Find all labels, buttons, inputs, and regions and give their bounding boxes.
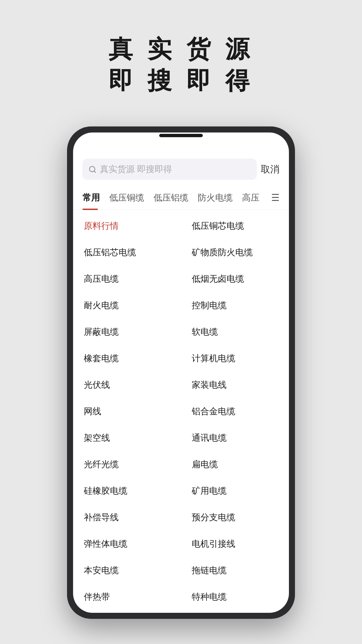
category-item-mining-cable[interactable]: 矿用电缆	[181, 478, 289, 504]
category-item-computer-cable[interactable]: 计算机电缆	[181, 345, 289, 372]
category-item-pre-branch-cable[interactable]: 预分支电缆	[181, 504, 289, 531]
headline: 真 实 货 源 即 搜 即 得	[109, 34, 253, 96]
category-item-fiber-optic[interactable]: 光纤光缆	[73, 451, 181, 478]
category-item-control-cable[interactable]: 控制电缆	[181, 292, 289, 319]
tabs-bar: 常用 低压铜缆 低压铝缆 防火电缆 高压 ☰	[73, 186, 289, 210]
search-input-wrap[interactable]: 真实货源 即搜即得	[82, 159, 257, 180]
category-item-silicone-cable[interactable]: 硅橡胶电缆	[73, 478, 181, 504]
category-item-intrinsically-safe[interactable]: 本安电缆	[73, 557, 181, 584]
category-item-flat-cable[interactable]: 扁电缆	[181, 451, 289, 478]
phone-speaker	[159, 134, 203, 137]
category-item-pv-cable[interactable]: 光伏线	[73, 372, 181, 398]
tab-fireproof[interactable]: 防火电缆	[198, 186, 242, 210]
category-item-raw-market[interactable]: 原料行情	[73, 213, 181, 239]
category-item-shielded-cable[interactable]: 屏蔽电缆	[73, 319, 181, 345]
category-item-network-cable[interactable]: 网线	[73, 398, 181, 425]
category-item-flexible-cable[interactable]: 软电缆	[181, 319, 289, 345]
category-item-mineral-fireproof[interactable]: 矿物质防火电缆	[181, 239, 289, 266]
app-content: 真实货源 即搜即得 取消 常用 低压铜缆 低压铝缆 防火电缆 高压 ☰ 原料行情…	[73, 132, 289, 613]
category-item-special-cable[interactable]: 特种电缆	[181, 584, 289, 610]
category-item-high-voltage-cable[interactable]: 高压电缆	[73, 266, 181, 292]
category-grid: 原料行情低压铜芯电缆低压铝芯电缆矿物质防火电缆高压电缆低烟无卤电缆耐火电缆控制电…	[73, 210, 289, 613]
category-item-heat-trace[interactable]: 伴热带	[73, 584, 181, 610]
phone-screen: 真实货源 即搜即得 取消 常用 低压铜缆 低压铝缆 防火电缆 高压 ☰ 原料行情…	[73, 132, 289, 613]
category-item-low-aluminum-core[interactable]: 低压铝芯电缆	[73, 239, 181, 266]
search-placeholder: 真实货源 即搜即得	[100, 163, 172, 175]
headline-line1: 真 实 货 源	[109, 34, 253, 65]
category-item-aluminum-alloy[interactable]: 铝合金电缆	[181, 398, 289, 425]
headline-line2: 即 搜 即 得	[109, 65, 253, 97]
category-item-motor-lead[interactable]: 电机引接线	[181, 531, 289, 557]
category-item-compensation-wire[interactable]: 补偿导线	[73, 504, 181, 531]
tab-low-aluminum[interactable]: 低压铝缆	[154, 186, 198, 210]
search-icon	[88, 165, 97, 173]
category-item-low-copper-core[interactable]: 低压铜芯电缆	[181, 213, 289, 239]
category-item-comm-cable[interactable]: 通讯电缆	[181, 425, 289, 451]
category-item-low-smoke-halogen[interactable]: 低烟无卤电缆	[181, 266, 289, 292]
category-item-rubber-cable[interactable]: 橡套电缆	[73, 345, 181, 372]
cancel-button[interactable]: 取消	[261, 163, 280, 176]
tabs-more-icon[interactable]: ☰	[271, 192, 280, 203]
category-item-elastic-cable[interactable]: 弹性体电缆	[73, 531, 181, 557]
category-item-home-wire[interactable]: 家装电线	[181, 372, 289, 398]
tab-low-copper[interactable]: 低压铜缆	[109, 186, 154, 210]
tab-common[interactable]: 常用	[82, 186, 109, 210]
category-item-overhead-line[interactable]: 架空线	[73, 425, 181, 451]
svg-line-1	[94, 171, 96, 172]
phone-mockup: 真实货源 即搜即得 取消 常用 低压铜缆 低压铝缆 防火电缆 高压 ☰ 原料行情…	[67, 126, 295, 619]
search-bar: 真实货源 即搜即得 取消	[73, 153, 289, 186]
category-item-fire-resistant[interactable]: 耐火电缆	[73, 292, 181, 319]
category-item-drag-chain-cable[interactable]: 拖链电缆	[181, 557, 289, 584]
tab-high-voltage[interactable]: 高压	[242, 186, 269, 210]
